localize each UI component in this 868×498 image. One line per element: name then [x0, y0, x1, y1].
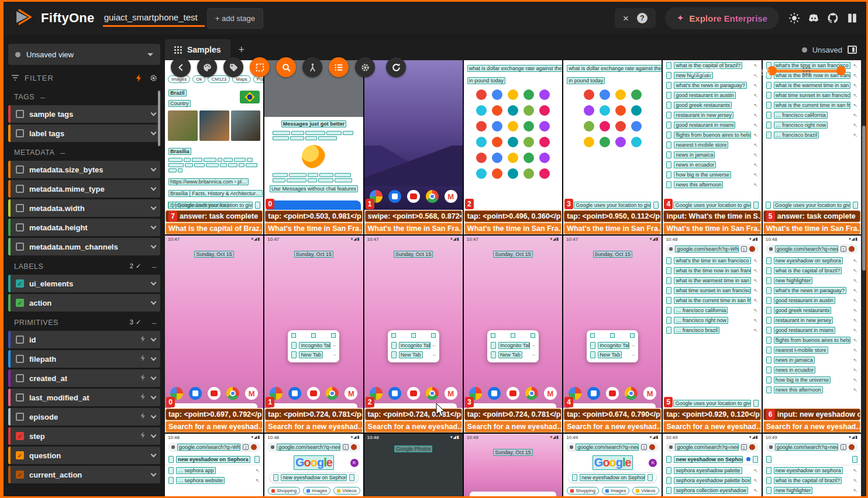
sidebar-field-metadata-num-channels[interactable]: metadata.num_channels [8, 238, 160, 255]
sidebar-field-last-modified-at[interactable]: last_modified_at [8, 389, 160, 406]
sun-icon[interactable] [788, 12, 800, 24]
field-checkbox[interactable]: ✓ [16, 471, 24, 479]
gear-icon[interactable] [149, 74, 158, 82]
chevron-down-icon[interactable] [151, 299, 157, 305]
field-checkbox[interactable] [16, 223, 24, 231]
chevron-down-icon[interactable] [151, 452, 157, 458]
chevron-down-icon[interactable] [151, 471, 157, 477]
field-checkbox[interactable] [16, 393, 24, 402]
sidebar-scrollbar[interactable] [158, 91, 160, 146]
patches-button[interactable] [250, 57, 270, 77]
dataset-name[interactable]: guiact_smartphone_test [103, 9, 199, 28]
chevron-down-icon[interactable] [151, 185, 157, 191]
chevron-down-icon[interactable] [151, 375, 157, 381]
sidebar-field-label-tags[interactable]: label tags [8, 124, 160, 142]
sample-cell[interactable]: swipe: <point>0.568, 0.872<…What's the t… [364, 60, 463, 234]
chevron-down-icon[interactable] [151, 243, 157, 249]
field-checkbox[interactable] [16, 336, 24, 344]
grid-scrollbar-track[interactable] [861, 60, 866, 496]
field-checkbox[interactable] [16, 413, 24, 421]
sample-cell[interactable]: 10:48▾◢▮google.com/search?q=What…1what's… [663, 236, 761, 433]
sidebar-field-ui-elements[interactable]: ✓ui_elements [8, 275, 160, 292]
chevron-down-icon[interactable] [151, 205, 157, 210]
help-icon[interactable]: ? [637, 13, 647, 23]
lightning-icon[interactable] [135, 74, 143, 82]
sidebar-field-metadata-size-bytes[interactable]: metadata.size_bytes [8, 161, 160, 178]
collapse-section-icon[interactable]: – [60, 148, 65, 157]
close-icon[interactable]: × [623, 13, 629, 23]
chevron-down-icon[interactable] [151, 280, 157, 286]
sample-cell[interactable]: Messages just got betterUse Messages wit… [264, 60, 363, 234]
sidebar-field-sample-tags[interactable]: sample tags [8, 105, 160, 123]
settings-button[interactable] [355, 57, 375, 77]
collapse-section-icon[interactable]: – [40, 92, 45, 102]
sidebar-field-question[interactable]: ✓question [8, 447, 160, 464]
field-checkbox[interactable] [16, 204, 24, 212]
sample-cell[interactable]: 10:49▾◢▮Sunday, Oct 15 [464, 434, 562, 496]
color-palette-button[interactable] [197, 57, 217, 77]
sample-cell[interactable]: 10:49▾◢▮google.com/search?q=new+…1new ey… [663, 434, 761, 496]
sidebar-field-metadata-height[interactable]: metadata.height [8, 219, 160, 236]
sample-cell[interactable]: 10:48▾◢▮Google Photos [364, 434, 463, 496]
grid-scrollbar-thumb[interactable] [862, 126, 866, 271]
back-button[interactable] [171, 57, 191, 77]
add-stage-button[interactable]: + add stage [207, 8, 263, 29]
sample-cell[interactable]: 10:49▾◢▮google.com/search?q=new+…1new ey… [763, 434, 861, 496]
sidebar-field-metadata-width[interactable]: metadata.width [8, 199, 160, 217]
sidebar-field-action[interactable]: ✓action [8, 294, 160, 312]
sidebar-field-step[interactable]: ✓step [8, 427, 160, 445]
sample-cell[interactable]: 10:48▾◢▮google.com/search?q=new+…1new ey… [763, 236, 861, 433]
add-space-button[interactable]: + [230, 44, 253, 56]
search-button[interactable] [276, 57, 296, 77]
sample-cell[interactable]: 10:47▾◢▮Sunday, Oct 15Incognito Tab–New … [464, 236, 562, 433]
split-view-button[interactable] [302, 57, 322, 77]
chevron-down-icon[interactable] [151, 355, 157, 361]
display-options-button[interactable] [329, 57, 349, 77]
field-checkbox[interactable] [16, 110, 24, 118]
field-checkbox[interactable] [16, 129, 24, 137]
sample-cell[interactable]: 10:47▾◢▮Sunday, Oct 15Incognito Tab–New … [364, 236, 463, 433]
sample-cell[interactable]: ImagesOkCM123MapsPopu…BrazilCountryBrasí… [165, 60, 263, 234]
sample-cell[interactable]: 10:48▾◢▮google.com/search?q=new+…1Google… [264, 434, 363, 496]
sample-cell[interactable]: 10:47▾◢▮Sunday, Oct 15Incognito Tab–New … [563, 236, 662, 433]
collapse-section-icon[interactable]: – [152, 318, 157, 327]
chevron-down-icon[interactable] [151, 394, 157, 400]
chevron-down-icon[interactable] [151, 336, 157, 342]
docs-icon[interactable] [846, 12, 858, 24]
sidebar-field-id[interactable]: id [8, 331, 160, 348]
field-checkbox[interactable] [16, 185, 24, 193]
chevron-down-icon[interactable] [151, 166, 157, 172]
sample-cell[interactable]: what is dollar exchange rate against the… [563, 60, 662, 234]
sidebar-field-filepath[interactable]: filepath [8, 350, 160, 368]
layout-toggle-icon[interactable] [848, 46, 857, 54]
chevron-down-icon[interactable] [151, 110, 157, 116]
field-checkbox[interactable]: ✓ [16, 451, 24, 459]
saved-views-dropdown[interactable]: Unsaved view [8, 44, 160, 65]
sample-cell[interactable]: 10:47▾◢▮Sunday, Oct 15tap: <point>0.697,… [165, 236, 263, 433]
sidebar-field-episode[interactable]: episode [8, 408, 160, 426]
explore-enterprise-button[interactable]: ✦ Explore Enterprise [665, 7, 779, 29]
refresh-button[interactable] [386, 57, 406, 77]
field-checkbox[interactable]: ✓ [16, 279, 24, 288]
sample-cell[interactable]: 10:48▾◢▮google.com/search?q=What…1new ey… [165, 434, 263, 496]
field-checkbox[interactable]: ✓ [16, 299, 24, 307]
field-checkbox[interactable] [16, 355, 24, 363]
chevron-down-icon[interactable] [151, 433, 157, 438]
discord-icon[interactable] [808, 12, 819, 24]
github-icon[interactable] [827, 12, 839, 24]
sample-cell[interactable]: what's the time in san francisco now↖wha… [763, 60, 861, 234]
sample-cell[interactable]: what is dollar exchange rate against the… [464, 60, 562, 234]
chevron-down-icon[interactable] [151, 413, 157, 419]
sidebar-field-current-action[interactable]: ✓current_action [8, 466, 160, 483]
sidebar-field-metadata-mime-type[interactable]: metadata.mime_type [8, 180, 160, 198]
field-checkbox[interactable] [16, 165, 24, 174]
chevron-down-icon[interactable] [151, 130, 157, 136]
sample-cell[interactable]: 10:49▾◢▮google.com/search?q=new+…1Google… [563, 434, 662, 496]
tag-samples-button[interactable] [223, 57, 243, 77]
chevron-down-icon[interactable] [151, 224, 157, 230]
collapse-section-icon[interactable]: – [152, 262, 157, 271]
sample-cell[interactable]: 10:47▾◢▮Sunday, Oct 15Incognito Tab–New … [264, 236, 363, 433]
field-checkbox[interactable] [16, 374, 24, 382]
sidebar-field-created-at[interactable]: created_at [8, 369, 160, 387]
sample-cell[interactable]: what is the capital of brazil?↖new highl… [663, 60, 761, 234]
